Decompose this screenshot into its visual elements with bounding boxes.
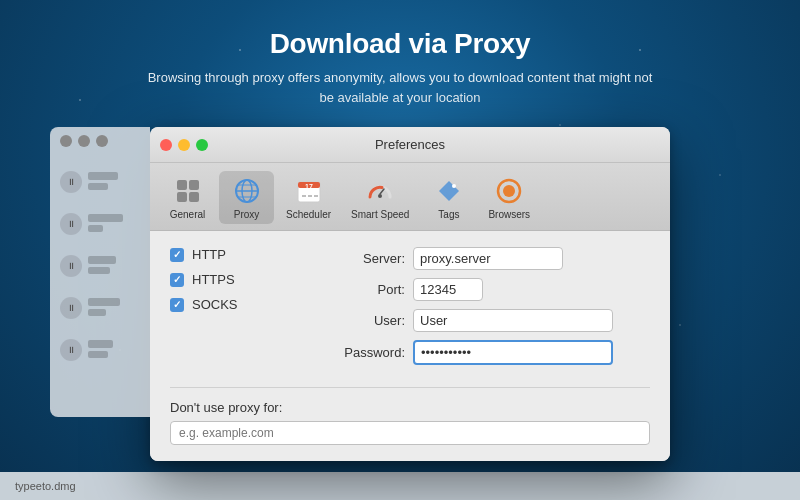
- password-input[interactable]: [413, 340, 613, 365]
- two-col-layout: HTTP HTTPS SOCKS: [170, 247, 650, 373]
- window-title: Preferences: [375, 137, 445, 152]
- noproxy-section: Don't use proxy for:: [170, 387, 650, 445]
- minimize-button[interactable]: [178, 139, 190, 151]
- tab-browsers-label: Browsers: [488, 209, 530, 220]
- tab-smart-speed[interactable]: Smart Speed: [343, 171, 417, 224]
- https-checkbox-row[interactable]: HTTPS: [170, 272, 310, 287]
- http-checkbox[interactable]: [170, 248, 184, 262]
- svg-rect-3: [189, 192, 199, 202]
- svg-line-16: [380, 189, 384, 194]
- svg-rect-2: [177, 192, 187, 202]
- svg-point-17: [452, 184, 456, 188]
- page-container: Download via Proxy Browsing through prox…: [0, 0, 800, 461]
- general-icon: [172, 175, 204, 207]
- list-item[interactable]: ⏸: [50, 163, 150, 201]
- play-icon: ⏸: [60, 297, 82, 319]
- preferences-window: Preferences General: [150, 127, 670, 461]
- sidebar-text: [88, 172, 140, 193]
- server-input[interactable]: [413, 247, 563, 270]
- port-label: Port:: [330, 282, 405, 297]
- svg-text:17: 17: [305, 183, 313, 190]
- http-checkbox-row[interactable]: HTTP: [170, 247, 310, 262]
- tab-scheduler-label: Scheduler: [286, 209, 331, 220]
- play-icon: ⏸: [60, 339, 82, 361]
- prefs-body: HTTP HTTPS SOCKS: [150, 231, 670, 461]
- server-row: Server:: [330, 247, 650, 270]
- tab-browsers[interactable]: Browsers: [480, 171, 538, 224]
- noproxy-input[interactable]: [170, 421, 650, 445]
- noproxy-label: Don't use proxy for:: [170, 400, 650, 415]
- content-area: ⏸ ⏸ ⏸ ⏸: [50, 127, 750, 461]
- tab-smart-speed-label: Smart Speed: [351, 209, 409, 220]
- port-row: Port:: [330, 278, 650, 301]
- smart-speed-icon: [364, 175, 396, 207]
- proxy-icon: [231, 175, 263, 207]
- port-input[interactable]: [413, 278, 483, 301]
- window-controls: [160, 139, 208, 151]
- checkboxes-col: HTTP HTTPS SOCKS: [170, 247, 310, 373]
- http-label: HTTP: [192, 247, 226, 262]
- list-item[interactable]: ⏸: [50, 289, 150, 327]
- user-input[interactable]: [413, 309, 613, 332]
- play-icon: ⏸: [60, 171, 82, 193]
- bottom-bar: typeeto.dmg: [0, 472, 800, 500]
- socks-label: SOCKS: [192, 297, 238, 312]
- https-label: HTTPS: [192, 272, 235, 287]
- svg-rect-0: [177, 180, 187, 190]
- sidebar-peek: ⏸ ⏸ ⏸ ⏸: [50, 127, 150, 417]
- user-row: User:: [330, 309, 650, 332]
- svg-rect-1: [189, 180, 199, 190]
- list-item[interactable]: ⏸: [50, 247, 150, 285]
- page-subtitle: Browsing through proxy offers anonymity,…: [140, 68, 660, 107]
- user-label: User:: [330, 313, 405, 328]
- socks-checkbox[interactable]: [170, 298, 184, 312]
- tab-general[interactable]: General: [160, 171, 215, 224]
- password-label: Password:: [330, 345, 405, 360]
- play-icon: ⏸: [60, 213, 82, 235]
- page-title: Download via Proxy: [270, 28, 531, 60]
- play-icon: ⏸: [60, 255, 82, 277]
- tab-tags[interactable]: Tags: [421, 171, 476, 224]
- sidebar-text: [88, 298, 140, 319]
- tab-proxy-label: Proxy: [234, 209, 260, 220]
- list-item[interactable]: ⏸: [50, 205, 150, 243]
- svg-point-19: [503, 185, 515, 197]
- tab-tags-label: Tags: [438, 209, 459, 220]
- toolbar: General Proxy: [150, 163, 670, 231]
- form-col: Server: Port: User: Password:: [330, 247, 650, 373]
- scheduler-icon: 17: [293, 175, 325, 207]
- password-row: Password:: [330, 340, 650, 365]
- tab-proxy[interactable]: Proxy: [219, 171, 274, 224]
- titlebar: Preferences: [150, 127, 670, 163]
- socks-checkbox-row[interactable]: SOCKS: [170, 297, 310, 312]
- tags-icon: [433, 175, 465, 207]
- close-button[interactable]: [160, 139, 172, 151]
- https-checkbox[interactable]: [170, 273, 184, 287]
- dmg-label: typeeto.dmg: [15, 480, 76, 492]
- maximize-button[interactable]: [196, 139, 208, 151]
- server-label: Server:: [330, 251, 405, 266]
- sidebar-text: [88, 340, 140, 361]
- tab-general-label: General: [170, 209, 206, 220]
- browsers-icon: [493, 175, 525, 207]
- tab-scheduler[interactable]: 17 Scheduler: [278, 171, 339, 224]
- sidebar-text: [88, 214, 140, 235]
- sidebar-text: [88, 256, 140, 277]
- list-item[interactable]: ⏸: [50, 331, 150, 369]
